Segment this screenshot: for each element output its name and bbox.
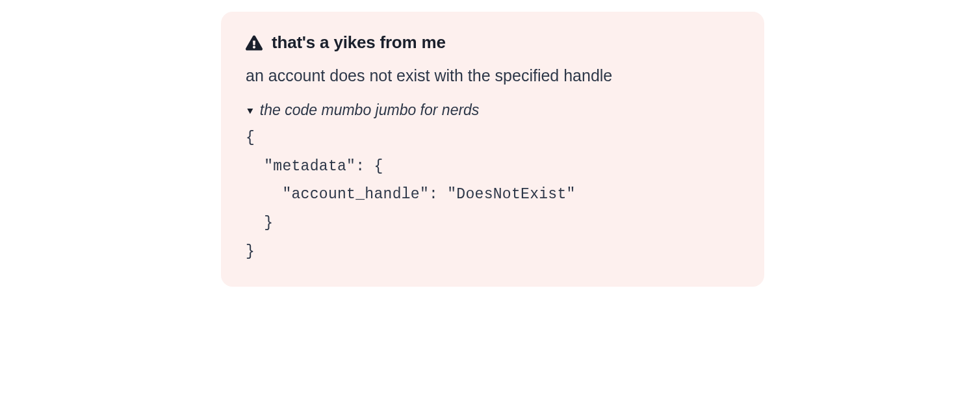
error-message: an account does not exist with the speci… [246, 64, 740, 87]
warning-icon [246, 35, 263, 51]
details-toggle[interactable]: ▼ the code mumbo jumbo for nerds [246, 101, 740, 119]
error-code-block: { "metadata": { "account_handle": "DoesN… [246, 124, 740, 266]
error-panel: that's a yikes from me an account does n… [221, 12, 764, 287]
error-title: that's a yikes from me [272, 33, 446, 53]
disclosure-triangle-icon: ▼ [245, 105, 255, 116]
details-label: the code mumbo jumbo for nerds [260, 101, 480, 119]
error-panel-header: that's a yikes from me [246, 33, 740, 53]
